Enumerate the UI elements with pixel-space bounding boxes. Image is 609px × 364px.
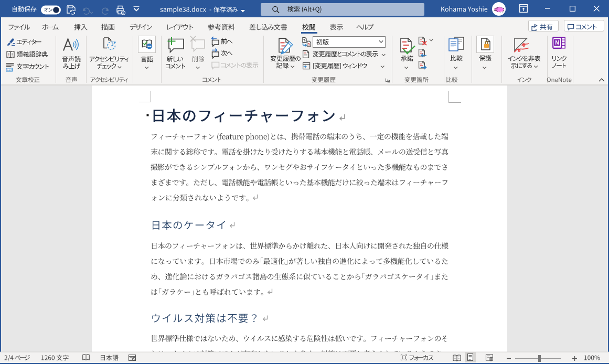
svg-text:N: N [555,39,559,46]
svg-text:123: 123 [7,68,12,71]
